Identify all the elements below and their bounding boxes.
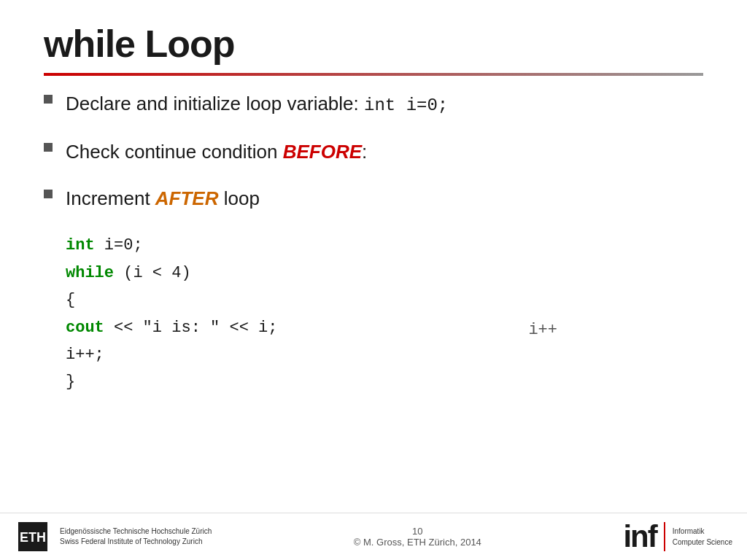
code-line-5: i++; [66, 341, 703, 368]
bullet-text-3: Increment AFTER loop [66, 185, 260, 211]
inf-sub1: Informatik [673, 526, 732, 537]
code-line-4: cout << "i is: " << i; [66, 314, 703, 341]
iplusplus-note: i++ [528, 321, 557, 339]
bullet2-text-before: Check continue condition [66, 141, 283, 163]
footer-center: 10 © M. Gross, ETH Zürich, 2014 [354, 526, 481, 548]
bullet3-text-before: Increment [66, 187, 155, 209]
code-line1-keyword: int [66, 236, 95, 254]
bullet-square-1 [44, 95, 53, 104]
code-line-2: while (i < 4) [66, 260, 703, 287]
footer-right: inf Informatik Computer Science [623, 519, 732, 554]
eth-logo: ETH [15, 518, 51, 555]
eth-line2: Swiss Federal Institute of Technology Zu… [60, 537, 212, 547]
content-area: Declare and initialize loop variable: in… [0, 76, 747, 513]
bullet2-text-after: : [362, 141, 367, 163]
eth-line1: Eidgenössische Technische Hochschule Zür… [60, 526, 212, 537]
bullet-text-1: Declare and initialize loop variable: in… [66, 90, 448, 118]
code-line2-keyword: while [66, 264, 114, 282]
code-line1-rest: i=0; [95, 236, 143, 254]
footer-copyright: © M. Gross, ETH Zürich, 2014 [354, 537, 481, 548]
page-number: 10 [354, 526, 481, 537]
header: while Loop [0, 0, 747, 73]
code-line-6: } [66, 368, 703, 395]
bullet3-bold: AFTER [155, 187, 219, 209]
footer-left: ETH Eidgenössische Technische Hochschule… [15, 518, 212, 555]
code-line2-rest: (i < 4) [114, 264, 191, 282]
bullet2-bold: BEFORE [283, 141, 362, 163]
slide: while Loop Declare and initialize loop v… [0, 0, 747, 560]
inf-sub-text: Informatik Computer Science [673, 526, 732, 548]
bullet-square-3 [44, 190, 53, 198]
slide-title: while Loop [44, 22, 703, 66]
bullet1-code: int i=0; [364, 96, 448, 115]
inf-sub2: Computer Science [673, 537, 732, 548]
code-line-3: { [66, 287, 703, 314]
code-block: int i=0; while (i < 4) { cout << "i is: … [66, 232, 703, 395]
inf-divider [664, 522, 665, 551]
svg-text:ETH: ETH [20, 530, 46, 545]
bullet-square-2 [44, 143, 53, 152]
code-line-1: int i=0; [66, 232, 703, 259]
inf-logo-box: inf Informatik Computer Science [623, 519, 732, 554]
eth-text-block: Eidgenössische Technische Hochschule Zür… [60, 526, 212, 547]
bullet-item-2: Check continue condition BEFORE: [44, 139, 703, 165]
bullet-item-3: Increment AFTER loop [44, 185, 703, 211]
bullet-item-1: Declare and initialize loop variable: in… [44, 90, 703, 118]
code-line4-rest: << "i is: " << i; [104, 319, 278, 337]
inf-label: inf [623, 519, 656, 554]
bullet3-text-after: loop [219, 187, 260, 209]
bullet1-text-before: Declare and initialize loop variable: [66, 93, 364, 114]
footer: ETH Eidgenössische Technische Hochschule… [0, 513, 747, 560]
code-line4-keyword: cout [66, 319, 104, 337]
bullet-text-2: Check continue condition BEFORE: [66, 139, 367, 165]
